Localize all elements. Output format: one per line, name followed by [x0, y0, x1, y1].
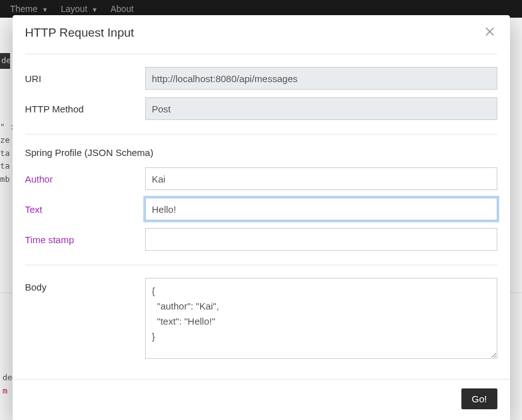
text-field[interactable]	[145, 198, 497, 220]
timestamp-row: Time stamp	[25, 228, 497, 251]
uri-row: URI	[25, 67, 497, 90]
divider	[25, 134, 497, 135]
profile-section-label: Spring Profile (JSON Schema)	[25, 147, 153, 158]
uri-label: URI	[25, 73, 145, 84]
modal-header: HTTP Request Input	[13, 15, 510, 49]
body-field[interactable]	[145, 278, 497, 359]
divider	[25, 54, 497, 54]
close-icon	[485, 27, 495, 39]
modal-body: URI HTTP Method Spring Profile (JSON Sch…	[13, 54, 510, 376]
method-row: HTTP Method	[25, 97, 497, 120]
modal-overlay: HTTP Request Input URI HTTP Method Sprin…	[0, 0, 522, 420]
uri-field[interactable]	[145, 67, 497, 90]
divider	[25, 265, 497, 265]
method-label: HTTP Method	[25, 104, 145, 114]
text-row: Text	[25, 198, 497, 220]
profile-section-row: Spring Profile (JSON Schema)	[25, 147, 497, 159]
go-button[interactable]: Go!	[461, 388, 497, 409]
author-field[interactable]	[145, 167, 497, 190]
text-label: Text	[25, 204, 145, 215]
author-label: Author	[25, 174, 145, 184]
body-label: Body	[25, 278, 145, 292]
timestamp-field[interactable]	[145, 228, 497, 251]
timestamp-label: Time stamp	[25, 234, 145, 245]
http-request-modal: HTTP Request Input URI HTTP Method Sprin…	[13, 15, 510, 420]
close-button[interactable]	[482, 24, 497, 41]
modal-title: HTTP Request Input	[25, 26, 134, 40]
method-field[interactable]	[145, 97, 497, 120]
author-row: Author	[25, 167, 497, 190]
modal-footer: Go!	[13, 379, 510, 420]
body-row: Body	[25, 278, 497, 359]
